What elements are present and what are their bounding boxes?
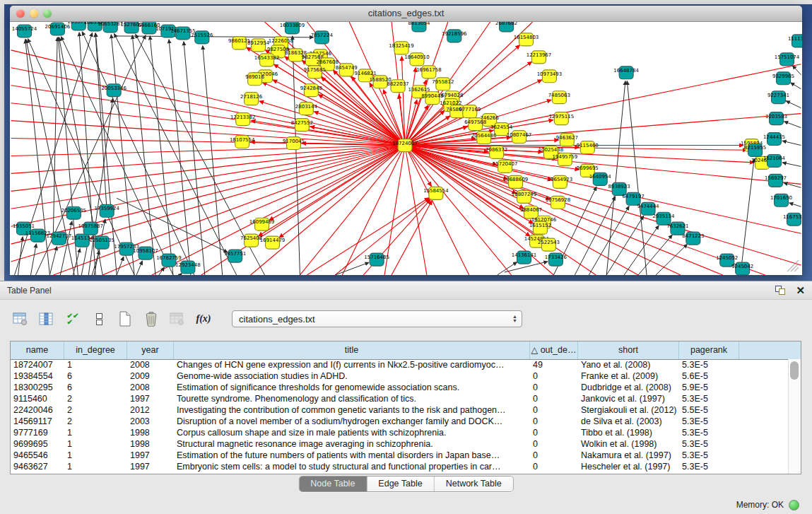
- resize-grip[interactable]: [784, 257, 800, 273]
- graph-node[interactable]: 7857224: [311, 31, 334, 44]
- table-row[interactable]: 1872400712008Changes of HCN gene express…: [11, 359, 789, 370]
- cell-out_degree[interactable]: 49: [530, 359, 578, 370]
- graph-node[interactable]: 18325419: [389, 42, 413, 54]
- cell-name[interactable]: 18724007: [11, 359, 64, 370]
- cell-short[interactable]: de Silva et al. (2003): [578, 416, 679, 427]
- network-window[interactable]: citations_edges.txt 98601258912954122260…: [10, 6, 802, 275]
- cell-title[interactable]: Investigating the contribution of common…: [174, 404, 530, 416]
- column-header-name[interactable]: name: [11, 341, 64, 359]
- table-row[interactable]: 1938455462009Genome-wide association stu…: [11, 370, 789, 382]
- graph-node[interactable]: 12213967: [526, 51, 551, 64]
- cell-out_degree[interactable]: 0: [530, 393, 578, 404]
- graph-node[interactable]: 10756928: [546, 196, 570, 209]
- cell-title[interactable]: Changes of HCN gene expression and I(f) …: [174, 359, 530, 370]
- graph-node[interactable]: 2522543: [538, 238, 560, 251]
- graph-node[interactable]: 1203583: [765, 112, 787, 125]
- graph-node[interactable]: 12923448: [175, 261, 200, 274]
- cell-year[interactable]: 1997: [127, 461, 174, 472]
- cell-in_degree[interactable]: 6: [64, 382, 127, 393]
- cell-year[interactable]: 1997: [127, 450, 174, 461]
- cell-out_degree[interactable]: 0: [530, 461, 578, 472]
- column-header-pagerank[interactable]: pagerank: [679, 341, 739, 359]
- graph-node[interactable]: 16543382: [254, 54, 279, 66]
- cell-pagerank[interactable]: 5.3E-5: [679, 438, 739, 450]
- table-row[interactable]: 911546021997Tourette syndrome. Phenomeno…: [11, 393, 789, 404]
- cell-out_degree[interactable]: 0: [530, 450, 578, 461]
- graph-node[interactable]: 14055724: [12, 25, 37, 37]
- cell-short[interactable]: Tibbo et al. (1998): [578, 427, 679, 438]
- table-settings-button[interactable]: [11, 310, 30, 328]
- graph-node[interactable]: 1733426: [545, 253, 567, 266]
- memory-status-indicator[interactable]: [789, 500, 799, 510]
- cell-pagerank[interactable]: 5.3E-5: [679, 416, 739, 427]
- cell-in_degree[interactable]: 1: [64, 438, 127, 450]
- cell-year[interactable]: 2003: [127, 416, 174, 427]
- graph-node[interactable]: 7625402: [240, 234, 262, 247]
- graph-node[interactable]: 18107554: [230, 136, 255, 148]
- cell-in_degree[interactable]: 1: [64, 450, 127, 461]
- column-header-short[interactable]: short: [578, 341, 679, 359]
- cell-short[interactable]: Dudbridge et al. (2008): [578, 382, 679, 393]
- scrollbar-thumb[interactable]: [790, 361, 799, 380]
- cell-short[interactable]: Yano et al. (2008): [578, 359, 679, 370]
- table-row[interactable]: 946362711997Embryonic stem cells: a mode…: [11, 461, 789, 472]
- cell-pagerank[interactable]: 5.3E-5: [679, 450, 739, 461]
- cell-pagerank[interactable]: 5.6E-5: [679, 370, 739, 382]
- cell-in_degree[interactable]: 6: [64, 370, 127, 382]
- column-header-out_degree[interactable]: △ out_de…: [530, 341, 578, 359]
- graph-node[interactable]: 18807249: [512, 190, 536, 203]
- graph-node[interactable]: 8471223: [682, 232, 704, 245]
- new-column-button[interactable]: [116, 310, 134, 328]
- citation-network-graph[interactable]: 9860125891295412226058982750816543382818…: [10, 22, 802, 275]
- function-builder-button[interactable]: f(x): [194, 310, 213, 328]
- cell-in_degree[interactable]: 1: [64, 461, 127, 472]
- column-header-year[interactable]: year: [127, 341, 174, 359]
- cell-year[interactable]: 1997: [127, 393, 174, 404]
- graph-node[interactable]: 6497568: [464, 118, 486, 131]
- cell-pagerank[interactable]: 5.9E-5: [679, 382, 739, 393]
- graph-node[interactable]: 12213382: [230, 113, 255, 126]
- cell-out_degree[interactable]: 0: [530, 404, 578, 416]
- table-scrollbar[interactable]: [788, 359, 801, 474]
- cell-in_degree[interactable]: 1: [64, 427, 127, 438]
- cell-title[interactable]: Tourette syndrome. Phenomenology and cla…: [174, 393, 530, 404]
- graph-node[interactable]: 1167533: [783, 213, 802, 226]
- graph-node[interactable]: 8822037: [387, 80, 409, 93]
- cell-title[interactable]: Structural magnetic resonance image aver…: [174, 438, 530, 450]
- graph-node[interactable]: 15751074: [775, 53, 800, 66]
- cell-year[interactable]: 2008: [127, 382, 174, 393]
- graph-node[interactable]: 20206535: [61, 206, 86, 219]
- graph-node[interactable]: 16961758: [416, 66, 441, 78]
- graph-node[interactable]: 7485063: [548, 91, 570, 104]
- zoom-window-button[interactable]: [43, 9, 52, 18]
- table-row[interactable]: 946554611997Estimation of the future num…: [11, 450, 789, 461]
- tab-node-table[interactable]: Node Table: [299, 477, 367, 491]
- graph-node[interactable]: 1244415: [763, 133, 785, 146]
- graph-node[interactable]: 2718126: [240, 93, 262, 105]
- cell-name[interactable]: 22420046: [11, 404, 64, 416]
- graph-node[interactable]: 8912954: [247, 39, 270, 52]
- cell-name[interactable]: 9699695: [11, 438, 64, 450]
- cell-in_degree[interactable]: 2: [64, 416, 127, 427]
- cell-title[interactable]: Disruption of a novel member of a sodium…: [174, 416, 530, 427]
- graph-node[interactable]: 12975115: [549, 112, 574, 125]
- graph-node[interactable]: 9463627: [556, 134, 578, 146]
- graph-node[interactable]: 16154803: [514, 33, 539, 46]
- graph-node[interactable]: 8427552: [291, 119, 313, 132]
- cell-pagerank[interactable]: 5.3E-5: [679, 359, 739, 370]
- graph-node[interactable]: 16033809: [280, 22, 305, 34]
- cell-year[interactable]: 2009: [127, 370, 174, 382]
- graph-node[interactable]: 10958107: [133, 247, 158, 259]
- column-visibility-button[interactable]: [37, 310, 56, 328]
- graph-node[interactable]: 15584554: [423, 187, 449, 199]
- graph-node[interactable]: 16914479: [260, 236, 285, 249]
- cell-title[interactable]: Estimation of significance thresholds fo…: [174, 382, 530, 393]
- column-header-in_degree[interactable]: in_degree: [64, 341, 127, 359]
- graph-node[interactable]: 2687682: [495, 22, 517, 32]
- graph-node[interactable]: 10688609: [503, 175, 528, 188]
- cell-name[interactable]: 19384554: [11, 370, 64, 382]
- graph-node[interactable]: 8215955: [744, 144, 766, 157]
- graph-node[interactable]: 9245042: [731, 262, 753, 275]
- cell-out_degree[interactable]: 0: [530, 438, 578, 450]
- cell-year[interactable]: 2012: [127, 404, 174, 416]
